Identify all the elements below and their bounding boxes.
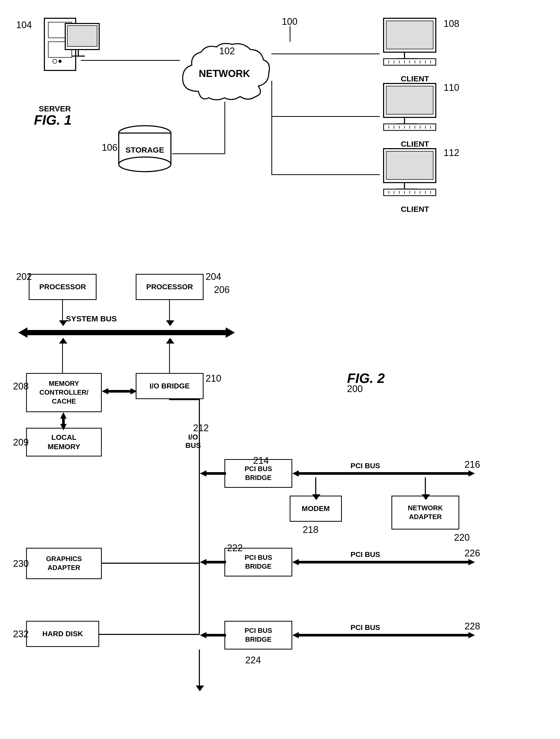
svg-marker-62 (60, 412, 66, 419)
harddisk-box: HARD DISK (26, 621, 99, 647)
fig1-label: FIG. 1 (34, 112, 72, 128)
svg-marker-65 (200, 470, 206, 477)
ref-206: 206 (214, 284, 230, 295)
localmem-box: LOCAL MEMORY (26, 428, 102, 456)
client3-label: CLIENT (394, 205, 436, 213)
pcibus1-arrow (292, 469, 475, 477)
line-harddisk-iobus (99, 634, 199, 635)
pcibus2-arrow (292, 558, 475, 566)
svg-rect-76 (205, 634, 226, 636)
line-sysbus-memctrl (62, 339, 63, 373)
client3-icon (378, 146, 451, 198)
storage-icon: STORAGE (115, 125, 175, 177)
arrowhead-sysbus-iobridge (166, 338, 174, 343)
line-sysbus-iobridge (169, 339, 170, 373)
svg-marker-77 (292, 632, 299, 638)
svg-rect-61 (108, 390, 131, 393)
ref-226: 226 (464, 548, 480, 559)
svg-text:STORAGE: STORAGE (126, 146, 164, 154)
client2-icon (378, 81, 451, 133)
ref-212: 212 (193, 423, 209, 434)
arrow-proc2-sysbus (169, 300, 170, 321)
svg-point-3 (53, 59, 57, 63)
iobus-pcibus2-arrow (200, 558, 226, 566)
ref-220: 220 (454, 532, 470, 543)
svg-marker-63 (60, 424, 66, 430)
netadapter-box: NETWORK ADAPTER (391, 496, 459, 530)
line-network-client2h (271, 116, 380, 117)
svg-rect-15 (386, 21, 433, 49)
svg-marker-78 (468, 632, 475, 638)
ref-202: 202 (16, 271, 32, 282)
ref-216: 216 (464, 459, 480, 470)
ref-108: 108 (444, 18, 459, 29)
svg-marker-75 (200, 632, 206, 638)
iobridge-box: I/O BRIDGE (136, 373, 203, 399)
line-pcibus1-netadapter (425, 477, 426, 496)
memctrl-localmem-arrow (59, 412, 67, 430)
svg-point-12 (119, 157, 171, 172)
ref-232: 232 (13, 629, 29, 640)
sysbus-label: SYSTEM BUS (52, 314, 130, 323)
line-network-client1 (271, 53, 380, 54)
ref-224: 224 (245, 655, 261, 666)
svg-rect-6 (67, 26, 97, 46)
ref-112: 112 (444, 147, 459, 158)
ref-228: 228 (464, 621, 480, 632)
svg-marker-57 (226, 327, 235, 338)
svg-marker-56 (18, 327, 27, 338)
line-iobridge-iobus (169, 399, 199, 400)
ref-106: 106 (102, 142, 117, 153)
svg-rect-43 (386, 151, 433, 179)
ref-204: 204 (205, 271, 221, 282)
ref-214: 214 (253, 455, 269, 466)
client1-icon (378, 16, 451, 68)
ref-208: 208 (13, 381, 29, 392)
arrowhead-pcibus1-netadapter (422, 494, 430, 500)
ref-209: 209 (13, 437, 29, 448)
svg-rect-29 (386, 86, 433, 114)
diagram-container: 100 FIG. 1 SERVER 104 NETWORK 102 STORAG… (0, 0, 560, 739)
ref-222: 222 (227, 543, 243, 554)
pcibus1-label: PCI BUS (339, 462, 391, 470)
line-iobus-bottom (199, 649, 200, 686)
line-network-storage (225, 102, 225, 154)
svg-marker-59 (102, 388, 108, 395)
ref-230: 230 (13, 558, 29, 569)
memctrl-box: MEMORY CONTROLLER/ CACHE (26, 373, 102, 412)
iobus-vertical (199, 399, 200, 634)
line-network-client3v (271, 102, 272, 175)
pcibus3-arrow (292, 631, 475, 639)
line-graphics-iobus (102, 563, 199, 564)
iobus-pcibus1-arrow (200, 469, 226, 477)
server-icon (29, 16, 102, 99)
ref-200: 200 (347, 384, 363, 395)
line-network-storage2 (172, 153, 225, 154)
pcibus2-label: PCI BUS (339, 550, 391, 559)
server-label: SERVER (29, 104, 81, 113)
ref-104: 104 (16, 20, 32, 30)
ref-218: 218 (303, 524, 318, 535)
arrowhead-proc2 (166, 320, 174, 326)
svg-rect-58 (26, 330, 227, 335)
svg-text:NETWORK: NETWORK (199, 68, 250, 79)
arrowhead-iobus-bottom (196, 686, 204, 691)
ref-102: 102 (219, 46, 235, 56)
svg-rect-69 (298, 472, 469, 475)
svg-rect-79 (298, 634, 469, 636)
ref-110: 110 (444, 82, 459, 93)
memctrl-iobridge-arrow (102, 387, 137, 395)
svg-point-4 (58, 60, 61, 63)
svg-rect-64 (62, 418, 65, 425)
processor2-box: PROCESSOR (136, 274, 203, 300)
svg-marker-68 (468, 470, 475, 477)
svg-marker-70 (200, 559, 206, 565)
iobus-pcibus3-arrow (200, 631, 226, 639)
ref-210: 210 (205, 373, 221, 384)
line-pcibus1-modem (315, 477, 316, 496)
pcibus3-box: PCI BUS BRIDGE (225, 621, 292, 649)
svg-marker-73 (468, 559, 475, 565)
svg-rect-66 (205, 472, 226, 475)
graphics-box: GRAPHICS ADAPTER (26, 548, 102, 579)
pcibus3-label: PCI BUS (339, 623, 391, 632)
